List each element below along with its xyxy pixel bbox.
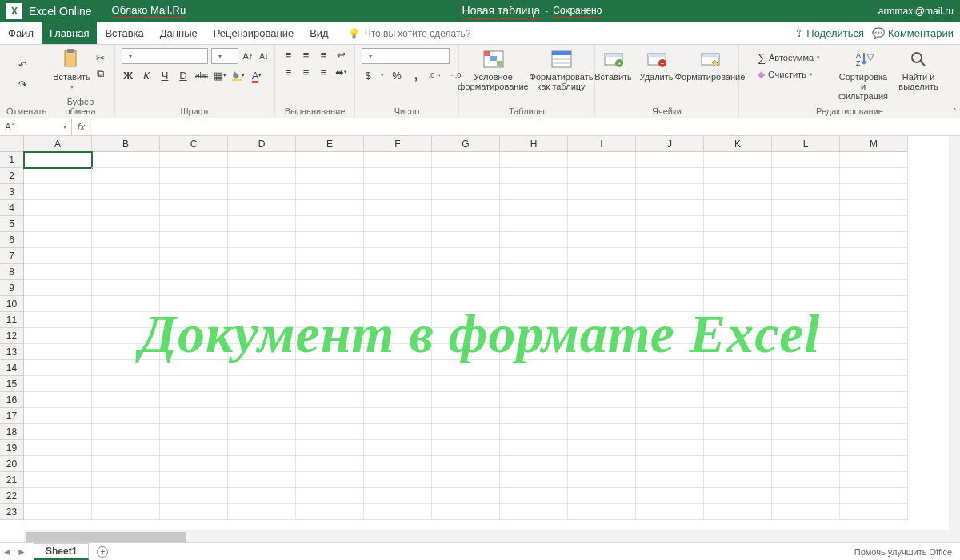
cell[interactable] (704, 296, 772, 312)
cell[interactable] (24, 264, 92, 280)
column-header[interactable]: D (228, 136, 296, 152)
share-button[interactable]: ⇪ Поделиться (794, 27, 864, 39)
cell[interactable] (296, 456, 364, 472)
cell[interactable] (228, 344, 296, 360)
cell[interactable] (296, 408, 364, 424)
cell[interactable] (432, 152, 500, 168)
cell[interactable] (24, 408, 92, 424)
cell[interactable] (568, 232, 636, 248)
cell[interactable] (704, 168, 772, 184)
cell[interactable] (704, 376, 772, 392)
cell[interactable] (364, 488, 432, 504)
cell[interactable] (160, 344, 228, 360)
cell[interactable] (772, 344, 840, 360)
cell[interactable] (704, 216, 772, 232)
cell[interactable] (704, 424, 772, 440)
align-bottom-icon[interactable]: ≡ (318, 48, 330, 61)
cell[interactable] (568, 184, 636, 200)
cell[interactable] (160, 280, 228, 296)
cell[interactable] (568, 376, 636, 392)
cell[interactable] (364, 152, 432, 168)
cell[interactable] (432, 184, 500, 200)
cell[interactable] (636, 232, 704, 248)
cell[interactable] (364, 408, 432, 424)
cell[interactable] (704, 392, 772, 408)
cell[interactable] (704, 344, 772, 360)
cell[interactable] (568, 472, 636, 488)
cell[interactable] (704, 264, 772, 280)
cell[interactable] (636, 440, 704, 456)
percent-button[interactable]: % (390, 69, 403, 82)
cell[interactable] (432, 440, 500, 456)
cell[interactable] (772, 184, 840, 200)
cell[interactable] (500, 264, 568, 280)
cell[interactable] (228, 152, 296, 168)
cell[interactable] (568, 504, 636, 520)
cell[interactable] (296, 184, 364, 200)
cell[interactable] (840, 504, 908, 520)
cell[interactable] (568, 392, 636, 408)
cell[interactable] (24, 472, 92, 488)
cell[interactable] (772, 312, 840, 328)
shrink-font-icon[interactable]: A↓ (258, 50, 270, 62)
underline-button[interactable]: Ч (158, 69, 171, 82)
comments-button[interactable]: 💬 Комментарии (872, 27, 954, 39)
column-header[interactable]: J (636, 136, 704, 152)
cell[interactable] (568, 408, 636, 424)
cell[interactable] (636, 152, 704, 168)
cell[interactable] (364, 296, 432, 312)
cell[interactable] (296, 264, 364, 280)
cell[interactable] (160, 360, 228, 376)
cell[interactable] (636, 216, 704, 232)
cell[interactable] (160, 328, 228, 344)
conditional-formatting-button[interactable]: Условное форматирование (462, 48, 526, 91)
cell[interactable] (704, 440, 772, 456)
cell[interactable] (24, 376, 92, 392)
cell[interactable] (160, 264, 228, 280)
cell[interactable] (364, 376, 432, 392)
tab-data[interactable]: Данные (152, 22, 206, 44)
tab-home[interactable]: Главная (42, 22, 97, 44)
cell[interactable] (568, 296, 636, 312)
cell[interactable] (296, 200, 364, 216)
cell[interactable] (568, 216, 636, 232)
cell[interactable] (568, 200, 636, 216)
cell[interactable] (704, 472, 772, 488)
cell[interactable] (160, 472, 228, 488)
row-header[interactable]: 11 (0, 312, 24, 328)
cell[interactable] (772, 424, 840, 440)
cell[interactable] (500, 360, 568, 376)
cell[interactable] (636, 280, 704, 296)
cell[interactable] (24, 344, 92, 360)
cell[interactable] (636, 184, 704, 200)
redo-icon[interactable]: ↷ (17, 78, 30, 90)
cell[interactable] (364, 424, 432, 440)
align-center-icon[interactable]: ≡ (300, 66, 313, 78)
cell[interactable] (296, 168, 364, 184)
tab-review[interactable]: Рецензирование (206, 22, 302, 44)
cell[interactable] (704, 488, 772, 504)
cell[interactable] (432, 328, 500, 344)
row-header[interactable]: 6 (0, 232, 24, 248)
cell[interactable] (296, 360, 364, 376)
column-header[interactable]: B (92, 136, 160, 152)
grow-font-icon[interactable]: A↑ (242, 50, 254, 62)
cell[interactable] (840, 360, 908, 376)
cell[interactable] (772, 248, 840, 264)
insert-cells-button[interactable]: + Вставить (594, 48, 633, 82)
cell[interactable] (636, 248, 704, 264)
cell[interactable] (364, 360, 432, 376)
cell[interactable] (772, 360, 840, 376)
cell[interactable] (500, 248, 568, 264)
cell[interactable] (92, 152, 160, 168)
row-header[interactable]: 8 (0, 264, 24, 280)
cell[interactable] (364, 440, 432, 456)
cell[interactable] (228, 184, 296, 200)
cell[interactable] (840, 472, 908, 488)
cell[interactable] (772, 152, 840, 168)
tab-insert[interactable]: Вставка (97, 22, 151, 44)
cell[interactable] (92, 232, 160, 248)
cell[interactable] (160, 312, 228, 328)
cell[interactable] (636, 376, 704, 392)
cell[interactable] (228, 312, 296, 328)
